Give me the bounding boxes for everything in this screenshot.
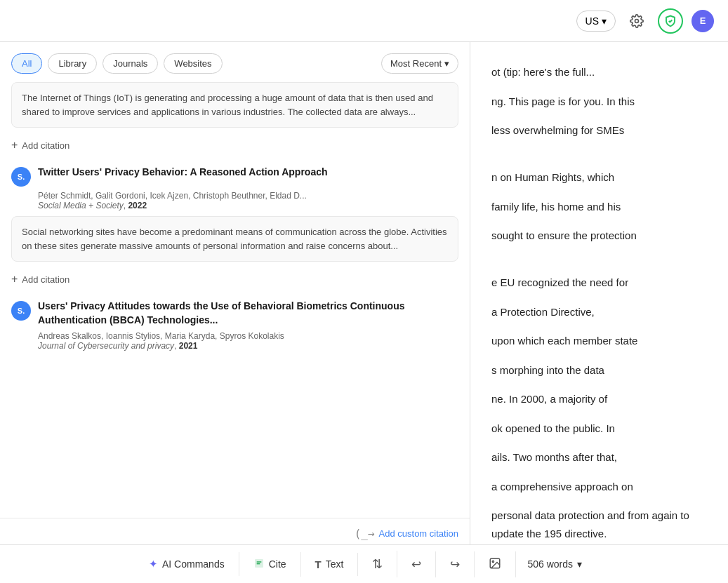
doc-para-15: personal data protection and from again … [491,507,707,542]
paper-title-2[interactable]: Users' Privacy Attitudes towards the Use… [38,300,458,327]
ai-commands-item[interactable]: ✦ AI Commands [135,552,239,576]
doc-para-10: s morphing into the data [491,361,707,380]
word-count-chevron-icon: ▾ [577,558,582,570]
paper-meta-2: Andreas Skalkos, Ioannis Stylios, Maria … [38,331,458,351]
left-panel: All Library Journals Websites Most Recen… [0,42,470,583]
filter-tabs: All Library Journals Websites Most Recen… [0,42,470,82]
doc-para-8: a Protection Directive, [491,303,707,321]
chevron-down-icon: ▾ [602,15,607,27]
doc-para-6: sought to ensure the protection [491,227,707,245]
top-bar: US ▾ E [0,0,728,42]
doc-para-12: ok opened to the public. In [491,420,707,438]
paper-abstract-1: Social networking sites have become a pr… [11,216,458,262]
doc-para-7: e EU recognized the need for [491,274,707,292]
doc-para-14: a comprehensive approach on [491,478,707,496]
sort-dropdown[interactable]: Most Recent ▾ [381,53,458,74]
shield-icon [664,15,677,27]
text-icon: T [315,558,322,570]
doc-para-13: ails. Two months after that, [491,448,707,467]
citation-block-1: The Internet of Things (IoT) is generati… [11,82,458,154]
citation-excerpt-1: The Internet of Things (IoT) is generati… [11,82,458,128]
paper-header-1: S. Twitter Users' Privacy Behavior: A Re… [11,166,458,187]
word-count-label: 506 words [527,558,573,570]
redo-item[interactable]: ↪ [436,551,475,577]
custom-citation-icon: (_→ [355,527,375,540]
svg-point-0 [635,19,639,22]
text-item[interactable]: T Text [301,553,359,576]
redo-icon: ↪ [450,557,460,572]
paper-avatar-1: S. [11,167,31,187]
paper-title-1[interactable]: Twitter Users' Privacy Behavior: A Reaso… [38,166,328,180]
ai-commands-label: AI Commands [162,558,225,570]
undo-icon: ↩ [411,557,421,572]
sort-chevron-icon: ▾ [444,58,449,69]
lang-label: US [585,15,599,27]
doc-para-11: ne. In 2000, a majority of [491,390,707,408]
paper-item-2: S. Users' Privacy Attitudes towards the … [11,300,458,351]
doc-para-5: family life, his home and his [491,198,707,216]
filter-tab-library[interactable]: Library [48,53,97,74]
arrow-toggle-item[interactable]: ⇅ [358,551,397,577]
undo-item[interactable]: ↩ [397,551,436,577]
paper-year-1: 2022 [128,201,147,210]
doc-para-3: less overwhelming for SMEs [491,121,707,140]
image-icon [489,557,501,572]
paper-avatar-2: S. [11,301,31,321]
gear-icon [630,14,644,28]
settings-button[interactable] [624,8,649,34]
doc-para-1: ot (tip: here's the full... [491,63,707,81]
text-label: Text [326,558,344,570]
word-count-item: 506 words ▾ [516,553,593,575]
doc-para-9: upon which each member state [491,332,707,350]
doc-para-4: n on Human Rights, which [491,168,707,187]
arrow-up-down-icon: ⇅ [372,556,383,572]
add-custom-citation-button[interactable]: (_→ Add custom citation [355,527,458,540]
add-citation-button-1[interactable]: + Add citation [11,136,70,154]
plus-icon-1: + [11,139,18,152]
main-layout: All Library Journals Websites Most Recen… [0,42,728,583]
paper-meta-1: Péter Schmidt, Galit Gordoni, Icek Ajzen… [38,191,458,210]
cite-label: Cite [269,558,286,570]
custom-citation-row: (_→ Add custom citation [11,527,458,540]
bottom-toolbar: ✦ AI Commands Cite T Text ⇅ ↩ ↪ [0,544,728,583]
doc-para-2: ng. This page is for you. In this [491,93,707,111]
cite-icon [253,558,265,571]
paper-year-2: 2021 [179,341,198,351]
doc-para-end: 5 directive. [556,528,607,540]
paper-authors-1: Péter Schmidt, Galit Gordoni, Icek Ajzen… [38,191,307,201]
ai-commands-icon: ✦ [149,558,158,570]
paper-authors-2: Andreas Skalkos, Ioannis Stylios, Maria … [38,331,284,341]
language-selector[interactable]: US ▾ [576,11,616,32]
image-item[interactable] [475,551,516,577]
paper-journal-1: Social Media + Society [38,201,124,210]
user-avatar[interactable]: E [691,10,714,32]
svg-point-7 [493,561,494,562]
filter-tab-all[interactable]: All [11,53,42,74]
add-citation-button-2[interactable]: + Add citation [11,270,70,288]
cite-item[interactable]: Cite [239,552,301,577]
paper-item-1: S. Twitter Users' Privacy Behavior: A Re… [11,166,458,288]
paper-journal-2: Journal of Cybersecurity and privacy [38,341,174,351]
filter-tab-journals[interactable]: Journals [102,53,158,74]
shield-button[interactable] [658,8,683,34]
filter-tab-websites[interactable]: Websites [164,53,222,74]
right-panel: ot (tip: here's the full... ng. This pag… [470,42,728,583]
plus-icon-2: + [11,273,18,286]
paper-header-2: S. Users' Privacy Attitudes towards the … [11,300,458,327]
citations-list[interactable]: The Internet of Things (IoT) is generati… [0,82,470,518]
